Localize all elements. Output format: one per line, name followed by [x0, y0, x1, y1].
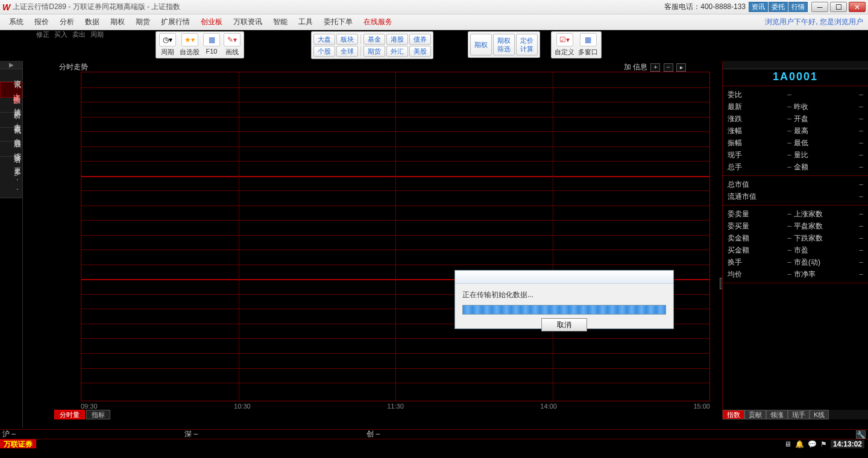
sub-sell[interactable]: 卖出: [72, 30, 86, 39]
close-button[interactable]: ✕: [849, 2, 866, 12]
wrench-icon[interactable]: 🔧: [856, 430, 866, 439]
user-greeting: 浏览用户下午好, 您是浏览用户: [765, 17, 863, 27]
star-icon[interactable]: ★▾: [181, 33, 198, 46]
top-info-button[interactable]: 资讯: [749, 2, 768, 12]
stat-row: 流通市值–: [728, 190, 863, 202]
chart-grid[interactable]: [81, 72, 710, 401]
next-icon[interactable]: ▸: [676, 63, 686, 72]
sidebar-collapse[interactable]: ▶: [0, 61, 22, 69]
menu-system[interactable]: 系统: [4, 17, 29, 27]
btn-global[interactable]: 全球: [336, 46, 358, 57]
btn-fund[interactable]: 基金: [363, 34, 385, 45]
chart-add[interactable]: 加: [624, 63, 631, 71]
plus-icon[interactable]: +: [650, 63, 660, 72]
btn-bankuai[interactable]: 板块: [336, 34, 358, 45]
menu-futures[interactable]: 期货: [130, 17, 156, 27]
status-bar-markets: 沪 – 深 – 创 – 🔧: [0, 429, 868, 439]
menu-option[interactable]: 期权: [105, 17, 130, 27]
sidebar-tab-info[interactable]: 资讯: [0, 69, 22, 82]
stat-row: 委买量–平盘家数–: [728, 220, 863, 232]
tb-period: 周期: [161, 48, 174, 57]
sidebar-tab-tech[interactable]: 技术分析: [0, 98, 22, 113]
tb-custom: 自定义: [555, 48, 574, 57]
menu-order[interactable]: 委托下单: [318, 17, 358, 27]
minimize-button[interactable]: ─: [811, 2, 828, 12]
menu-quote[interactable]: 报价: [29, 17, 54, 27]
app-logo: W: [2, 2, 10, 12]
stat-row: 换手–市盈(动)–: [728, 256, 863, 268]
menu-extend[interactable]: 扩展行情: [156, 17, 195, 27]
menu-analysis[interactable]: 分析: [54, 17, 80, 27]
monitor-icon[interactable]: 🖥: [784, 440, 791, 448]
minus-icon[interactable]: −: [664, 63, 673, 72]
menu-data[interactable]: 数据: [80, 17, 105, 27]
sidebar-tab-rank[interactable]: 综合排名: [0, 142, 22, 157]
sidebar-tab-fav[interactable]: 自选股: [0, 128, 22, 142]
check-icon[interactable]: ☑▾: [556, 33, 573, 46]
stat-row: 现手–量比–: [728, 149, 863, 161]
rp-tab-lead[interactable]: 领涨: [766, 410, 788, 419]
sidebar-tab-more[interactable]: 更多...: [0, 157, 22, 198]
stat-row: 均价–市净率–: [728, 268, 863, 280]
rp-tab-contrib[interactable]: 贡献: [744, 410, 766, 419]
sidebar-tab-market[interactable]: 大盘资讯: [0, 113, 22, 128]
chart-title-text: 分时走势: [59, 63, 88, 71]
menu-smart[interactable]: 智能: [268, 17, 293, 27]
rp-tab-index[interactable]: 指数: [723, 410, 744, 419]
btn-bond[interactable]: 债券: [409, 34, 431, 45]
menu-wlinfo[interactable]: 万联资讯: [228, 17, 268, 27]
btn-us[interactable]: 美股: [409, 46, 431, 57]
chart-info[interactable]: 信息: [633, 63, 647, 71]
stat-row: 总手–金额–: [728, 161, 863, 173]
toolbox-main: ◷▾周期 ★▾自选股 ▦F10 ✎▾画线: [156, 31, 244, 58]
btn-futures[interactable]: 期货: [363, 46, 385, 57]
btn-hk[interactable]: 港股: [386, 34, 408, 45]
bell-icon[interactable]: 🔔: [795, 440, 804, 448]
top-order-button[interactable]: 委托: [769, 2, 788, 12]
sub-period[interactable]: 周期: [90, 30, 104, 39]
progress-bar: [462, 305, 666, 315]
status-cy-val: –: [376, 430, 380, 438]
btn-forex[interactable]: 外汇: [386, 46, 408, 57]
menubar: 系统 报价 分析 数据 期权 期货 扩展行情 创业板 万联资讯 智能 工具 委托…: [0, 14, 868, 30]
dialog-titlebar[interactable]: [455, 271, 673, 284]
btn-option-filter[interactable]: 期权 筛选: [493, 34, 515, 55]
status-sh: 沪: [2, 430, 10, 438]
window-title: 上证云行情D289 - 万联证券同花顺高端版 - 上证指数: [13, 2, 180, 12]
btn-dapan[interactable]: 大盘: [313, 34, 335, 45]
brand-label: 万联证券: [0, 439, 36, 448]
menu-tools[interactable]: 工具: [293, 17, 318, 27]
xaxis-t2: 11:30: [387, 403, 404, 411]
top-quote-button[interactable]: 行情: [788, 2, 808, 12]
chart-tab-volume[interactable]: 分时量: [54, 410, 85, 419]
clock-icon[interactable]: ◷▾: [159, 33, 176, 46]
chat-icon[interactable]: 💬: [808, 440, 817, 448]
grid-icon[interactable]: ▦: [203, 33, 220, 46]
multiwin-icon[interactable]: ▦: [580, 33, 597, 46]
btn-option[interactable]: 期权: [470, 34, 492, 55]
status-bar-brand: 万联证券 🖥 🔔 💬 ⚑ 14:13:02: [0, 439, 868, 448]
chart-xaxis: 09:30 10:30 11:30 14:00 15:00: [81, 403, 710, 411]
sub-buy[interactable]: 买入: [54, 30, 68, 39]
pencil-icon[interactable]: ✎▾: [224, 33, 241, 46]
cancel-button[interactable]: 取消: [541, 318, 587, 331]
stat-row: 总市值–: [728, 178, 863, 190]
status-cy: 创: [366, 430, 374, 438]
menu-online[interactable]: 在线服务: [358, 17, 398, 27]
chart-area: 分时走势 加 信息 + − ▸ 09:30 10:30 11:30 14:00 …: [23, 61, 722, 419]
rp-tab-now[interactable]: 现手: [788, 410, 810, 419]
stock-code: 1A0001: [723, 69, 868, 84]
rp-tab-kline[interactable]: K线: [810, 410, 829, 419]
sidebar-tab-sse[interactable]: 上证指数: [0, 82, 22, 98]
stat-row: 振幅–最低–: [728, 137, 863, 149]
tb-fav: 自选股: [180, 48, 200, 57]
dialog-message: 正在传输初始化数据...: [455, 284, 673, 303]
sub-correct[interactable]: 修正: [36, 30, 49, 39]
btn-pricing[interactable]: 定价 计算: [516, 34, 538, 55]
maximize-button[interactable]: ☐: [830, 2, 847, 12]
stat-row: 涨跌–开盘–: [728, 113, 863, 125]
btn-stock[interactable]: 个股: [313, 46, 335, 57]
chart-tab-indicator[interactable]: 指标: [86, 410, 110, 419]
menu-gem[interactable]: 创业板: [195, 17, 228, 27]
flag-icon[interactable]: ⚑: [820, 440, 827, 448]
